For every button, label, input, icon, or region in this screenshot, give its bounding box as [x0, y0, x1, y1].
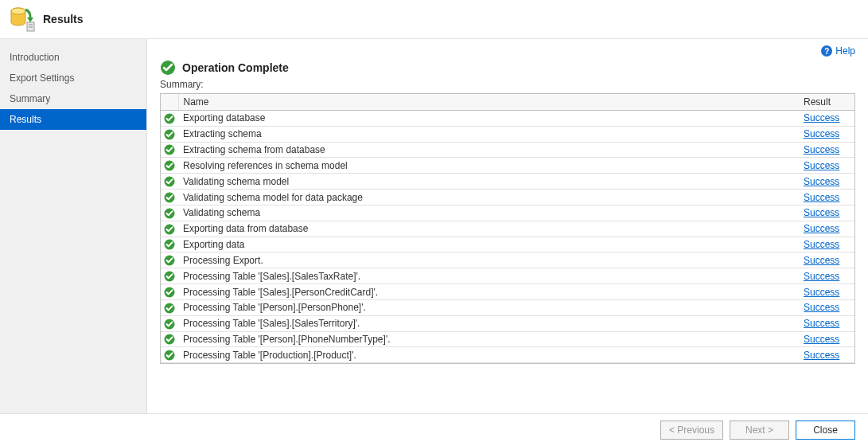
table-row[interactable]: Exporting dataSuccess — [161, 237, 854, 252]
sidebar-item-introduction[interactable]: Introduction — [0, 47, 146, 68]
svg-marker-2 — [27, 18, 33, 22]
result-link[interactable]: Success — [804, 287, 839, 298]
col-result[interactable]: Result — [799, 94, 854, 111]
help-link[interactable]: ? Help — [821, 45, 855, 57]
row-status-icon — [161, 158, 178, 174]
result-link[interactable]: Success — [804, 144, 839, 155]
table-row[interactable]: Processing Table '[Sales].[PersonCreditC… — [161, 284, 854, 300]
row-name: Exporting data — [178, 237, 799, 252]
row-status-icon — [161, 252, 178, 268]
table-row[interactable]: Extracting schema from databaseSuccess — [161, 142, 854, 158]
check-icon — [164, 208, 175, 219]
row-name: Extracting schema — [178, 126, 799, 142]
row-name: Processing Table '[Sales].[PersonCreditC… — [178, 284, 799, 300]
body: IntroductionExport SettingsSummaryResult… — [0, 39, 868, 413]
row-result: Success — [799, 284, 854, 300]
row-name: Validating schema — [178, 205, 799, 221]
result-link[interactable]: Success — [804, 350, 839, 361]
results-table: Name Result Exporting databaseSuccessExt… — [161, 94, 854, 363]
table-row[interactable]: Validating schemaSuccess — [161, 205, 854, 221]
check-icon — [164, 224, 175, 235]
row-result: Success — [799, 252, 854, 268]
close-button[interactable]: Close — [796, 421, 855, 440]
check-icon — [164, 334, 175, 345]
table-row[interactable]: Resolving references in schema modelSucc… — [161, 158, 854, 174]
result-link[interactable]: Success — [804, 271, 839, 282]
sidebar-item-export-settings[interactable]: Export Settings — [0, 68, 146, 88]
row-result: Success — [799, 158, 854, 174]
main-top: ? Help — [147, 39, 868, 57]
sidebar-item-summary[interactable]: Summary — [0, 88, 146, 109]
row-name: Validating schema model — [178, 174, 799, 190]
table-row[interactable]: Validating schema model for data package… — [161, 190, 854, 205]
table-row[interactable]: Processing Table '[Sales].[SalesTaxRate]… — [161, 268, 854, 284]
row-result: Success — [799, 299, 854, 315]
result-link[interactable]: Success — [804, 302, 839, 313]
row-status-icon — [161, 111, 178, 127]
row-result: Success — [799, 331, 854, 347]
table-row[interactable]: Processing Table '[Person].[PersonPhone]… — [161, 299, 854, 315]
result-link[interactable]: Success — [804, 318, 839, 329]
table-row[interactable]: Extracting schemaSuccess — [161, 126, 854, 142]
next-button: Next > — [730, 421, 789, 440]
svg-rect-4 — [29, 24, 33, 25]
result-link[interactable]: Success — [804, 334, 839, 345]
row-name: Processing Table '[Production].[Product]… — [178, 347, 799, 363]
table-row[interactable]: Processing Export.Success — [161, 252, 854, 268]
row-name: Processing Table '[Sales].[SalesTerritor… — [178, 315, 799, 331]
check-icon — [164, 255, 175, 266]
row-status-icon — [161, 174, 178, 190]
help-label: Help — [835, 45, 855, 57]
status-title: Operation Complete — [182, 61, 289, 74]
row-status-icon — [161, 190, 178, 205]
row-result: Success — [799, 237, 854, 252]
row-result: Success — [799, 126, 854, 142]
table-row[interactable]: Processing Table '[Production].[Product]… — [161, 347, 854, 363]
result-link[interactable]: Success — [804, 192, 839, 203]
result-link[interactable]: Success — [804, 223, 839, 234]
summary-label: Summary: — [147, 79, 868, 93]
row-name: Processing Table '[Sales].[SalesTaxRate]… — [178, 268, 799, 284]
table-row[interactable]: Exporting data from databaseSuccess — [161, 221, 854, 237]
check-icon — [164, 239, 175, 250]
table-row[interactable]: Validating schema modelSuccess — [161, 174, 854, 190]
row-status-icon — [161, 299, 178, 315]
table-row[interactable]: Processing Table '[Sales].[SalesTerritor… — [161, 315, 854, 331]
help-icon: ? — [821, 45, 832, 57]
result-link[interactable]: Success — [804, 255, 839, 266]
row-result: Success — [799, 190, 854, 205]
row-name: Validating schema model for data package — [178, 190, 799, 205]
sidebar-item-results[interactable]: Results — [0, 109, 146, 130]
check-icon — [164, 287, 175, 298]
page-title: Results — [43, 13, 84, 25]
footer: < Previous Next > Close — [0, 413, 868, 446]
results-table-scroll[interactable]: Name Result Exporting databaseSuccessExt… — [161, 94, 854, 363]
check-icon — [164, 271, 175, 282]
col-name[interactable]: Name — [178, 94, 799, 111]
header: Results — [0, 0, 868, 39]
result-link[interactable]: Success — [804, 176, 839, 187]
row-result: Success — [799, 268, 854, 284]
check-icon — [164, 160, 175, 171]
result-link[interactable]: Success — [804, 160, 839, 171]
row-name: Exporting data from database — [178, 221, 799, 237]
col-icon[interactable] — [161, 94, 178, 111]
sidebar: IntroductionExport SettingsSummaryResult… — [0, 39, 147, 413]
check-icon — [164, 350, 175, 361]
result-link[interactable]: Success — [804, 112, 839, 123]
row-status-icon — [161, 142, 178, 158]
result-link[interactable]: Success — [804, 207, 839, 218]
row-status-icon — [161, 284, 178, 300]
row-name: Exporting database — [178, 111, 799, 127]
database-export-icon — [10, 6, 35, 32]
result-link[interactable]: Success — [804, 128, 839, 139]
table-row[interactable]: Exporting databaseSuccess — [161, 111, 854, 127]
check-icon — [164, 176, 175, 187]
row-name: Extracting schema from database — [178, 142, 799, 158]
result-link[interactable]: Success — [804, 239, 839, 250]
check-icon — [164, 129, 175, 140]
check-icon — [164, 113, 175, 124]
table-row[interactable]: Processing Table '[Person].[PhoneNumberT… — [161, 331, 854, 347]
row-status-icon — [161, 126, 178, 142]
row-status-icon — [161, 205, 178, 221]
